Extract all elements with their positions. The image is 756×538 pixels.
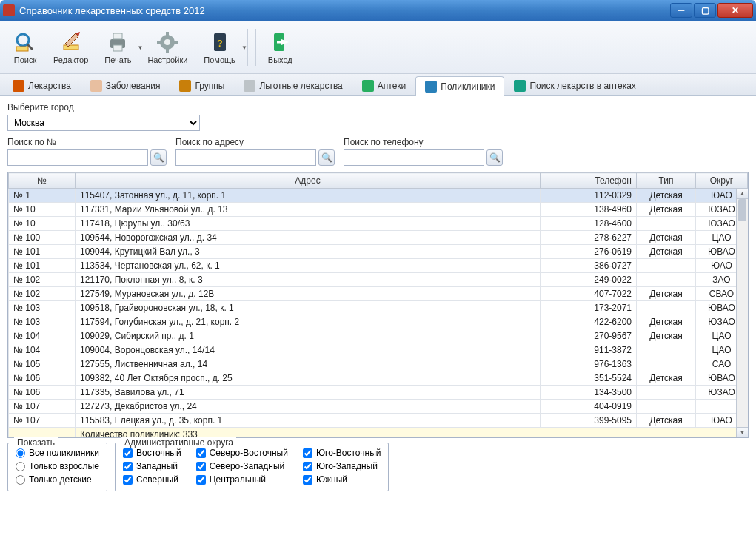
table-row[interactable]: № 101109044, Крутицкий Вал ул., 3276-061… [9, 245, 748, 259]
check-label: Центральный [210, 474, 266, 485]
table-row[interactable]: № 102121170, Поклонная ул., 8, к. 3249-0… [9, 273, 748, 287]
table-row[interactable]: № 107127273, Декабристов ул., 24404-0919 [9, 400, 748, 414]
table-row[interactable]: № 1115407, Затонная ул., д. 11, корп. 11… [9, 189, 748, 203]
show-radio-input[interactable] [16, 448, 25, 458]
svg-rect-11 [166, 32, 169, 36]
search-addr-button[interactable]: 🔍 [318, 149, 335, 166]
radio-label: Только взрослые [29, 461, 99, 471]
table-row[interactable]: № 103117594, Голубинская ул., д. 21, кор… [9, 315, 748, 329]
main-toolbar: ПоискРедакторПечать▼Настройки?Помощь▼Вых… [0, 21, 756, 74]
scroll-thumb[interactable] [738, 199, 746, 221]
table-row[interactable]: № 102127549, Мурановская ул., д. 12В407-… [9, 287, 748, 301]
city-label: Выберите город [7, 102, 749, 112]
district-check[interactable]: Юго-Восточный [303, 448, 381, 458]
district-check-input[interactable] [196, 448, 206, 458]
editor-icon [59, 30, 83, 54]
table-row[interactable]: № 105127555, Лиственничная ал., 14976-13… [9, 357, 748, 371]
clinics-table-container: № Адрес Телефон Тип Округ № 1115407, Зат… [7, 172, 749, 438]
table-row[interactable]: № 103109518, Грайвороновская ул., 18, к.… [9, 301, 748, 315]
check-label: Южный [316, 474, 347, 485]
district-check-input[interactable] [196, 475, 206, 485]
tab-pill[interactable]: Лекарства [3, 75, 81, 95]
header-district[interactable]: Округ [696, 173, 748, 189]
district-check[interactable]: Северный [123, 474, 181, 485]
toolbar-help-button[interactable]: ?Помощь▼ [196, 27, 243, 67]
toolbar-editor-button[interactable]: Редактор [46, 27, 96, 67]
district-check[interactable]: Юго-Западный [303, 461, 381, 471]
scroll-down-icon[interactable]: ▼ [737, 427, 748, 437]
tab-clinic[interactable]: Поликлиники [415, 76, 504, 96]
search-num-button[interactable]: 🔍 [150, 149, 167, 166]
district-check-input[interactable] [123, 448, 133, 458]
table-row[interactable]: № 10117331, Марии Ульяновой ул., д. 1313… [9, 203, 748, 217]
svg-rect-13 [157, 41, 161, 44]
clinics-table: № Адрес Телефон Тип Округ № 1115407, Зат… [8, 172, 748, 438]
toolbar-label: Помощь [204, 56, 235, 64]
radio-label: Только детские [29, 474, 92, 485]
tab-label: Поликлиники [441, 81, 495, 92]
show-radio-input[interactable] [16, 475, 25, 485]
minimize-button[interactable]: ─ [670, 3, 692, 18]
search-phone-button[interactable]: 🔍 [486, 149, 503, 166]
city-select[interactable]: Москва [7, 115, 200, 131]
district-check-input[interactable] [303, 448, 312, 458]
app-icon [3, 4, 15, 16]
table-row[interactable]: № 106117335, Вавилова ул., 71134-3500ЮЗА… [9, 386, 748, 400]
check-label: Юго-Восточный [316, 448, 381, 458]
table-row[interactable]: № 107115583, Елецкая ул., д. 35, корп. 1… [9, 414, 748, 428]
header-addr[interactable]: Адрес [76, 173, 541, 189]
district-check[interactable]: Центральный [196, 474, 288, 485]
tab-globe[interactable]: Поиск лекарств в аптеках [504, 75, 645, 95]
header-num[interactable]: № [9, 173, 76, 189]
table-row[interactable]: № 10117418, Цюрупы ул., 30/63128-4600ЮЗА… [9, 217, 748, 231]
pill-icon [13, 80, 24, 92]
district-check-input[interactable] [196, 462, 206, 471]
toolbar-search-button[interactable]: Поиск [6, 27, 44, 67]
scroll-up-icon[interactable]: ▲ [737, 189, 748, 199]
show-radio-input[interactable] [16, 462, 25, 471]
tab-doc[interactable]: Льготные лекарства [234, 75, 352, 95]
svg-rect-14 [173, 41, 178, 44]
maximize-button[interactable]: ▢ [694, 3, 716, 18]
toolbar-exit-button[interactable]: Выход [261, 27, 300, 67]
district-check[interactable]: Южный [303, 474, 381, 485]
close-button[interactable]: ✕ [717, 3, 753, 18]
toolbar-print-button[interactable]: Печать▼ [97, 27, 138, 67]
district-check-input[interactable] [123, 475, 133, 485]
search-phone-label: Поиск по телефону [344, 137, 503, 147]
show-radio-2[interactable]: Только детские [16, 474, 99, 485]
content-area: Выберите город Москва Поиск по № 🔍 Поиск… [0, 96, 756, 497]
header-type[interactable]: Тип [637, 173, 696, 189]
district-check-input[interactable] [303, 462, 312, 471]
tab-box[interactable]: Группы [170, 75, 234, 95]
table-row[interactable]: № 104109029, Сибирский пр., д. 1270-9567… [9, 329, 748, 343]
table-row[interactable]: № 101113534, Чертановская ул., 62, к. 13… [9, 259, 748, 273]
search-icon: 🔍 [153, 152, 164, 163]
table-row[interactable]: № 106109382, 40 Лет Октября просп., д. 2… [9, 371, 748, 386]
search-num-input[interactable] [7, 149, 148, 166]
district-panel-title: Административные округа [121, 437, 236, 448]
show-radio-1[interactable]: Только взрослые [16, 461, 99, 471]
show-panel: Показать Все поликлиникиТолько взрослыеТ… [7, 443, 107, 491]
search-addr-label: Поиск по адресу [175, 137, 335, 147]
district-check-input[interactable] [303, 475, 312, 485]
help-icon: ? [208, 30, 232, 54]
district-check-input[interactable] [123, 462, 133, 471]
district-check[interactable]: Северо-Восточный [196, 448, 288, 458]
district-check[interactable]: Северо-Западный [196, 461, 288, 471]
toolbar-settings-button[interactable]: Настройки [140, 27, 195, 67]
search-phone-input[interactable] [344, 149, 484, 166]
header-phone[interactable]: Телефон [541, 173, 637, 189]
tab-person[interactable]: Заболевания [81, 75, 170, 95]
svg-point-0 [17, 34, 29, 46]
district-check[interactable]: Западный [123, 461, 181, 471]
vertical-scrollbar[interactable]: ▲ ▼ [736, 189, 748, 437]
table-row[interactable]: № 104109004, Воронцовская ул., 14/14911-… [9, 343, 748, 357]
search-addr-input[interactable] [175, 149, 316, 166]
show-radio-0[interactable]: Все поликлиники [16, 448, 99, 458]
district-check[interactable]: Восточный [123, 448, 181, 458]
clinic-icon [425, 81, 437, 93]
tab-cross[interactable]: Аптеки [352, 75, 416, 95]
check-label: Восточный [136, 448, 181, 458]
table-row[interactable]: № 100109544, Новорогожская ул., д. 34278… [9, 231, 748, 245]
